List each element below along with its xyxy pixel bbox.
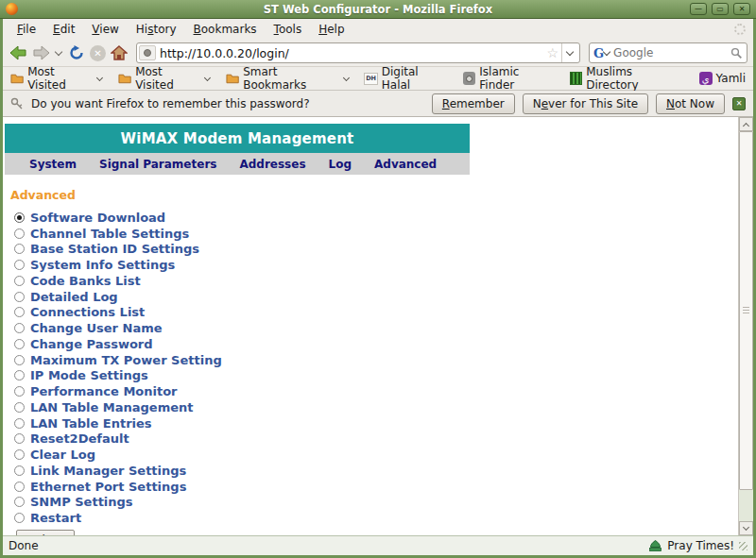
url-input[interactable] xyxy=(160,46,543,60)
reload-button[interactable] xyxy=(68,44,85,61)
radio-button[interactable] xyxy=(14,418,25,429)
not-now-button[interactable]: Not Now xyxy=(656,93,725,114)
location-bar[interactable]: ☆ xyxy=(136,42,580,63)
list-item[interactable]: Maximum TX Power Setting xyxy=(14,352,753,368)
page-nav-advanced[interactable]: Advanced xyxy=(374,158,437,171)
radio-button[interactable] xyxy=(14,449,25,460)
page-nav-addresses[interactable]: Addresses xyxy=(239,158,305,171)
never-for-this-site-button[interactable]: Never for This Site xyxy=(523,93,648,114)
list-item[interactable]: System Info Settings xyxy=(14,257,753,273)
menu-view[interactable]: View xyxy=(85,21,125,38)
radio-button[interactable] xyxy=(14,433,25,444)
status-bar: Done Pray Times! xyxy=(3,535,753,555)
menu-help[interactable]: Help xyxy=(312,21,351,38)
page-content: WiMAX Modem Management System Signal Par… xyxy=(3,117,753,535)
radio-button[interactable] xyxy=(14,482,25,492)
url-history-dropdown[interactable] xyxy=(561,43,577,62)
radio-button[interactable] xyxy=(14,260,25,270)
bookmark-star-icon[interactable]: ☆ xyxy=(546,45,558,60)
pray-times-button[interactable]: Pray Times! xyxy=(667,539,734,552)
bookmark-digital-halal[interactable]: DH Digital Halal xyxy=(364,65,447,92)
list-item[interactable]: Detailed Log xyxy=(14,289,753,305)
list-item[interactable]: Code Banks List xyxy=(14,273,753,289)
bookmark-smart-bookmarks[interactable]: Smart Bookmarks xyxy=(226,65,348,92)
list-item[interactable]: Ethernet Port Settings xyxy=(14,479,753,495)
search-bar[interactable]: G xyxy=(589,42,747,63)
menu-history[interactable]: History xyxy=(129,21,183,38)
radio-button[interactable] xyxy=(14,212,25,223)
list-item[interactable]: LAN Table Entries xyxy=(14,415,753,431)
list-item[interactable]: Link Manager Settings xyxy=(14,463,753,479)
scroll-down-icon[interactable] xyxy=(739,521,753,535)
list-item[interactable]: Restart xyxy=(14,510,753,526)
radio-button[interactable] xyxy=(14,244,25,254)
page-favicon xyxy=(139,45,156,60)
radio-button[interactable] xyxy=(14,370,25,380)
select-button[interactable]: Select xyxy=(16,530,75,535)
back-button[interactable] xyxy=(9,45,27,60)
bookmark-islamic-finder[interactable]: Islamic Finder xyxy=(463,65,554,92)
key-icon xyxy=(10,97,24,110)
remember-button[interactable]: Remember xyxy=(432,93,515,114)
scroll-up-icon[interactable] xyxy=(739,117,753,131)
advanced-options-list: Software Download Channel Table Settings… xyxy=(14,210,753,526)
page-nav-system[interactable]: System xyxy=(29,158,77,171)
radio-button[interactable] xyxy=(14,513,25,523)
list-item[interactable]: IP Mode Settings xyxy=(14,368,753,384)
notification-close-icon[interactable]: ✕ xyxy=(732,97,746,110)
radio-button[interactable] xyxy=(14,323,25,333)
radio-button[interactable] xyxy=(14,465,25,476)
search-engine-icon[interactable]: G xyxy=(593,46,604,60)
list-item[interactable]: LAN Table Management xyxy=(14,399,753,415)
maximize-button[interactable]: ▭ xyxy=(712,3,729,15)
search-input[interactable] xyxy=(613,46,730,59)
list-item[interactable]: Reset2Default xyxy=(14,431,753,448)
scrollbar-thumb[interactable] xyxy=(739,131,753,490)
radio-button[interactable] xyxy=(14,276,25,286)
radio-button[interactable] xyxy=(14,292,25,302)
bookmark-yamli[interactable]: ي Yamli xyxy=(699,72,746,85)
close-button[interactable]: ✕ xyxy=(733,3,750,15)
list-item[interactable]: Channel Table Settings xyxy=(14,226,753,242)
bookmark-most-visited-2[interactable]: Most Visited xyxy=(118,65,210,92)
forward-dropdown-icon[interactable] xyxy=(55,48,62,56)
navigation-toolbar: ✕ ☆ G xyxy=(3,40,753,67)
chevron-down-icon xyxy=(204,75,211,81)
radio-button[interactable] xyxy=(14,339,25,349)
page-title: WiMAX Modem Management xyxy=(5,124,470,153)
page-nav-signal-parameters[interactable]: Signal Parameters xyxy=(99,158,216,171)
menu-file[interactable]: File xyxy=(10,21,43,38)
browser-window: ST Web Configurator - Mozilla Firefox — … xyxy=(0,0,756,558)
list-item[interactable]: SNMP Settings xyxy=(14,495,753,511)
resize-grip[interactable] xyxy=(739,542,747,550)
folder-icon xyxy=(118,73,131,84)
list-item[interactable]: Performance Monitor xyxy=(14,383,753,399)
forward-button[interactable] xyxy=(32,45,51,60)
menu-bar: File Edit View History Bookmarks Tools H… xyxy=(3,19,753,40)
radio-button[interactable] xyxy=(14,402,25,413)
minimize-button[interactable]: — xyxy=(690,3,707,15)
menu-bookmarks[interactable]: Bookmarks xyxy=(187,21,264,38)
bookmark-most-visited-1[interactable]: Most Visited xyxy=(10,65,102,92)
bookmark-muslims-directory[interactable]: Muslims Directory xyxy=(570,65,683,92)
radio-button[interactable] xyxy=(14,497,25,507)
search-engine-dropdown-icon[interactable] xyxy=(603,47,610,55)
menu-tools[interactable]: Tools xyxy=(267,21,309,38)
list-item[interactable]: Change User Name xyxy=(14,320,753,336)
radio-button[interactable] xyxy=(14,307,25,317)
search-icon[interactable] xyxy=(730,47,743,59)
home-button[interactable] xyxy=(111,45,128,60)
stop-button[interactable]: ✕ xyxy=(90,45,106,61)
radio-button[interactable] xyxy=(14,355,25,365)
radio-button[interactable] xyxy=(14,386,25,397)
radio-button[interactable] xyxy=(14,228,25,239)
vertical-scrollbar[interactable] xyxy=(738,117,753,535)
list-item[interactable]: Connections List xyxy=(14,305,753,321)
globe-favicon-icon xyxy=(463,72,475,85)
page-nav-log[interactable]: Log xyxy=(329,158,352,171)
list-item[interactable]: Software Download xyxy=(14,210,753,226)
menu-edit[interactable]: Edit xyxy=(46,21,81,38)
list-item[interactable]: Clear Log xyxy=(14,447,753,463)
list-item[interactable]: Change Password xyxy=(14,336,753,352)
list-item[interactable]: Base Station ID Settings xyxy=(14,242,753,258)
